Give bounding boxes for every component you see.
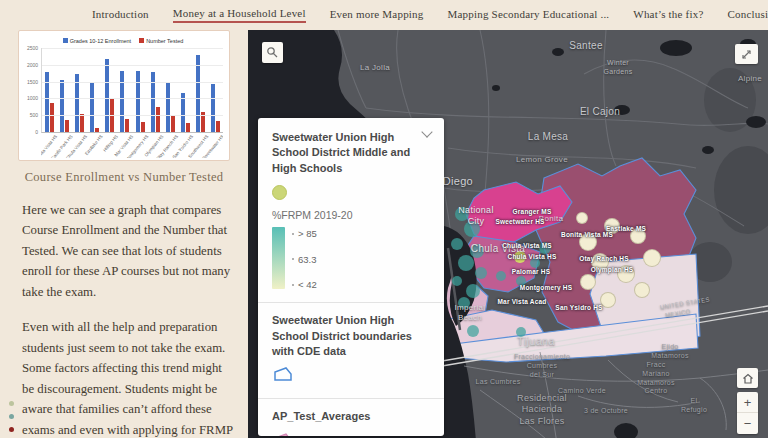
top-navigation: Introduction Money at a Household Level … bbox=[0, 0, 768, 30]
chart-y-axis: 05001000150020002500 bbox=[23, 48, 41, 132]
slide-dot[interactable] bbox=[9, 401, 14, 406]
bar bbox=[105, 59, 109, 132]
bar-group bbox=[87, 48, 102, 132]
y-tick-label: 0 bbox=[35, 129, 38, 135]
zoom-control: + − bbox=[737, 392, 758, 434]
ramp-label: > 85 bbox=[292, 228, 317, 239]
y-tick-label: 1000 bbox=[27, 95, 38, 101]
home-icon bbox=[741, 372, 755, 385]
chart-legend: Grades 10-12 EnrollmentNumber Tested bbox=[23, 36, 223, 45]
bar bbox=[196, 55, 200, 132]
bar-group bbox=[193, 48, 208, 132]
chart-plot bbox=[41, 48, 223, 133]
legend-layer-title: Sweetwater Union High School District Mi… bbox=[272, 130, 430, 176]
nav-tab-even-more-mapping[interactable]: Even more Mapping bbox=[330, 8, 424, 22]
y-tick-label: 2000 bbox=[27, 62, 38, 68]
bar-group bbox=[117, 48, 132, 132]
nav-tab-whats-the-fix[interactable]: What’s the fix? bbox=[633, 8, 703, 22]
legend-swatch-icon bbox=[63, 38, 68, 43]
legend-layer-subtitle: %FRPM 2019-20 bbox=[272, 209, 430, 221]
slide-dot[interactable] bbox=[9, 427, 14, 432]
y-tick-label: 500 bbox=[30, 112, 38, 118]
bar bbox=[156, 107, 160, 132]
bar bbox=[75, 74, 79, 132]
bar-group bbox=[208, 48, 223, 132]
nav-tab-introduction[interactable]: Introduction bbox=[92, 8, 149, 22]
chart-card: Grades 10-12 EnrollmentNumber Tested 050… bbox=[18, 30, 230, 161]
sidebar: Grades 10-12 EnrollmentNumber Tested 050… bbox=[0, 30, 248, 438]
expand-icon bbox=[740, 48, 753, 61]
search-icon bbox=[266, 46, 279, 59]
sidebar-paragraph-1: Here we can see a graph that compares Co… bbox=[22, 200, 236, 302]
search-button[interactable] bbox=[262, 42, 283, 63]
bar bbox=[136, 71, 140, 132]
home-button[interactable] bbox=[737, 368, 758, 388]
polygon-pink-icon bbox=[272, 432, 294, 436]
bar bbox=[166, 83, 170, 132]
slide-nav-dots bbox=[9, 401, 14, 432]
bar-group bbox=[148, 48, 163, 132]
nav-tab-money-household[interactable]: Money at a Household Level bbox=[173, 7, 306, 23]
bar bbox=[216, 121, 220, 132]
bar bbox=[50, 103, 54, 132]
bar-group bbox=[163, 48, 178, 132]
chart-legend-item: Number Tested bbox=[139, 38, 183, 44]
ramp-label: 63.3 bbox=[292, 254, 317, 265]
chart-caption: Course Enrollment vs Number Tested bbox=[0, 170, 248, 185]
bar bbox=[125, 119, 129, 132]
map-legend-panel[interactable]: Sweetwater Union High School District Mi… bbox=[258, 118, 444, 436]
legend-layer-title: Sweetwater Union High School District bo… bbox=[272, 313, 430, 359]
bar bbox=[65, 120, 69, 132]
ramp-label: < 42 bbox=[292, 279, 317, 290]
chart-x-labels: Bonita Vista HSCastle Park HSChula Vista… bbox=[41, 133, 223, 158]
bar-group bbox=[57, 48, 72, 132]
bar-group bbox=[72, 48, 87, 132]
bar-group bbox=[42, 48, 57, 132]
bar bbox=[186, 123, 190, 132]
bar bbox=[211, 84, 215, 132]
legend-swatch-icon bbox=[139, 38, 144, 43]
expand-button[interactable] bbox=[735, 44, 758, 64]
x-tick-label: Eastlake HS bbox=[84, 134, 104, 156]
zoom-out-button[interactable]: − bbox=[737, 413, 758, 434]
storymap-page: Introduction Money at a Household Level … bbox=[0, 0, 768, 438]
circle-yellowgreen-icon bbox=[272, 185, 287, 200]
nav-tab-mapping-secondary[interactable]: Mapping Secondary Educational ... bbox=[448, 8, 610, 22]
nav-tab-conclusion[interactable]: Conclusion bbox=[728, 8, 768, 22]
bar bbox=[90, 82, 94, 132]
bar-group bbox=[102, 48, 117, 132]
y-tick-label: 1500 bbox=[27, 79, 38, 85]
bar bbox=[60, 80, 64, 132]
chart-legend-item: Grades 10-12 Enrollment bbox=[63, 38, 131, 44]
legend-layer-title: AP_Test_Averages bbox=[272, 409, 430, 424]
y-tick-label: 2500 bbox=[27, 45, 38, 51]
bar bbox=[45, 72, 49, 132]
zoom-in-button[interactable]: + bbox=[737, 392, 758, 413]
bar bbox=[120, 71, 124, 132]
bar-group bbox=[132, 48, 147, 132]
bar bbox=[80, 114, 84, 132]
bar bbox=[95, 128, 99, 132]
slide-dot[interactable] bbox=[9, 414, 14, 419]
sidebar-paragraph-2: Even with all the help and preparation s… bbox=[22, 317, 236, 438]
bar-group bbox=[178, 48, 193, 132]
color-ramp-frpm bbox=[272, 227, 285, 289]
bar bbox=[141, 122, 145, 132]
polygon-outline-blue-icon bbox=[272, 366, 294, 383]
bar bbox=[171, 116, 175, 132]
map-canvas[interactable]: La JollaSanteeWinter GardensAlpineEl Caj… bbox=[248, 30, 768, 438]
